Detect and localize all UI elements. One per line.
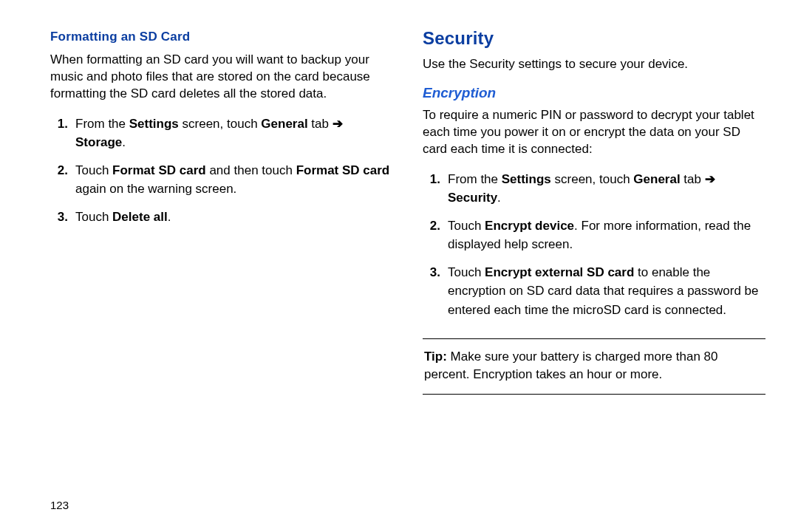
steps-encryption: 1. From the Settings screen, touch Gener… (423, 167, 765, 329)
list-item: 2. Touch Format SD card and then touch F… (50, 161, 393, 199)
step-text: From the Settings screen, touch General … (448, 170, 765, 208)
step-number: 1. (423, 170, 440, 189)
text-fragment: . (168, 210, 171, 224)
step-text: Touch Encrypt device. For more informati… (448, 216, 765, 254)
list-item: 1. From the Settings screen, touch Gener… (50, 115, 393, 152)
tip-label: Tip: (424, 349, 447, 364)
arrow-icon: ➔ (705, 172, 715, 186)
heading-formatting-sd: Formatting an SD Card (50, 30, 393, 44)
bold-security: Security (448, 191, 497, 205)
bold-encrypt-device: Encrypt device (485, 219, 574, 233)
text-fragment: Touch (448, 265, 485, 279)
step-number: 3. (50, 208, 68, 227)
text-fragment: screen, touch (179, 117, 262, 131)
text-fragment: screen, touch (551, 172, 634, 186)
step-text: From the Settings screen, touch General … (75, 115, 393, 152)
text-fragment: Touch (448, 219, 485, 233)
bold-settings: Settings (502, 172, 551, 186)
text-fragment: From the (75, 117, 129, 131)
bold-encrypt-external: Encrypt external SD card (485, 265, 634, 279)
list-item: 2. Touch Encrypt device. For more inform… (423, 216, 765, 254)
step-number: 2. (423, 216, 440, 236)
list-item: 3. Touch Encrypt external SD card to ena… (423, 263, 765, 320)
step-number: 2. (50, 161, 68, 180)
bold-general: General (633, 172, 680, 186)
manual-page: Formatting an SD Card When formatting an… (0, 0, 798, 532)
list-item: 3. Touch Delete all. (50, 208, 393, 227)
list-item: 1. From the Settings screen, touch Gener… (423, 170, 765, 208)
bold-general: General (261, 117, 307, 131)
text-fragment: and then touch (206, 163, 296, 177)
text-fragment: Touch (75, 210, 112, 224)
bold-format-sd: Format SD card (112, 163, 206, 177)
text-fragment: From the (448, 172, 502, 186)
text-fragment: Touch (75, 163, 112, 177)
step-number: 1. (50, 115, 68, 134)
step-text: Touch Format SD card and then touch Form… (75, 161, 393, 199)
bold-format-sd-2: Format SD card (296, 163, 390, 177)
intro-formatting: When formatting an SD card you will want… (50, 52, 393, 103)
intro-security: Use the Security settings to secure your… (423, 56, 765, 73)
text-fragment: . (497, 191, 501, 205)
heading-security: Security (423, 28, 765, 49)
arrow-icon: ➔ (332, 117, 343, 131)
step-text: Touch Delete all. (75, 208, 393, 227)
steps-formatting: 1. From the Settings screen, touch Gener… (50, 112, 393, 236)
divider (423, 394, 765, 395)
text-fragment: tab (681, 172, 705, 186)
tip-text: Make sure your battery is charged more t… (424, 349, 718, 381)
page-number: 123 (50, 469, 393, 511)
tip-box: Tip: Make sure your battery is charged m… (423, 348, 765, 383)
text-fragment: . (122, 135, 126, 149)
left-column: Formatting an SD Card When formatting an… (50, 28, 408, 511)
bold-settings: Settings (129, 117, 179, 131)
bold-delete-all: Delete all (112, 210, 168, 224)
divider (423, 338, 765, 339)
subheading-encryption: Encryption (423, 85, 765, 101)
text-fragment: tab (308, 117, 332, 131)
step-text: Touch Encrypt external SD card to enable… (448, 263, 765, 320)
step-number: 3. (423, 263, 440, 282)
right-column: Security Use the Security settings to se… (408, 28, 765, 511)
text-fragment: again on the warning screen. (75, 182, 236, 196)
intro-encryption: To require a numeric PIN or password to … (423, 107, 765, 158)
bold-storage: Storage (75, 135, 122, 149)
